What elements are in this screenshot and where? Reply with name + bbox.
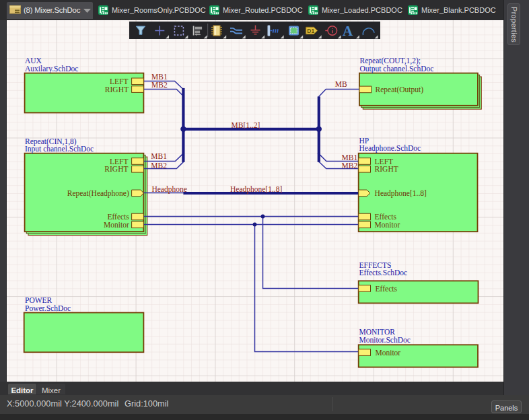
svg-text:POWER: POWER: [25, 296, 52, 304]
svg-text:Headphone.SchDoc: Headphone.SchDoc: [359, 144, 421, 153]
svg-text:Headphone[1..8]: Headphone[1..8]: [375, 189, 427, 198]
svg-text:LEFT: LEFT: [110, 77, 128, 85]
svg-text:HP: HP: [359, 137, 369, 145]
svg-text:Effects: Effects: [107, 213, 129, 221]
svg-text:Monitor.SchDoc: Monitor.SchDoc: [359, 336, 411, 344]
svg-text:Headphone[1..8]: Headphone[1..8]: [230, 185, 282, 194]
svg-text:MB2: MB2: [342, 162, 358, 170]
svg-text:MB2: MB2: [151, 162, 167, 170]
svg-text:MONITOR: MONITOR: [359, 328, 396, 336]
svg-text:Headphone: Headphone: [151, 185, 186, 194]
svg-text:MB1: MB1: [151, 73, 168, 81]
svg-text:MB: MB: [335, 80, 347, 88]
svg-text:AUX: AUX: [25, 57, 42, 65]
svg-text:Auxilary.SchDoc: Auxilary.SchDoc: [25, 65, 78, 73]
svg-text:Input channel.SchDoc: Input channel.SchDoc: [25, 145, 94, 153]
svg-text:Effects.SchDoc: Effects.SchDoc: [359, 269, 408, 277]
svg-text:MB1: MB1: [151, 152, 167, 160]
svg-text:RIGHT: RIGHT: [105, 85, 129, 94]
svg-text:Effects: Effects: [376, 285, 398, 293]
svg-text:A: A: [343, 23, 353, 39]
svg-text:Power.SchDoc: Power.SchDoc: [25, 304, 71, 312]
svg-text:EFFECTS: EFFECTS: [359, 261, 392, 269]
svg-text:MB2: MB2: [151, 81, 168, 89]
svg-text:RIGHT: RIGHT: [375, 165, 398, 173]
svg-text:LEFT: LEFT: [375, 158, 393, 166]
svg-text:Monitor: Monitor: [376, 349, 401, 357]
svg-text:Effects: Effects: [375, 213, 397, 221]
svg-text:Repeat(Headphone): Repeat(Headphone): [67, 189, 129, 198]
svg-text:Output channel.SchDoc: Output channel.SchDoc: [360, 65, 434, 73]
svg-text:MB[1..2]: MB[1..2]: [232, 121, 260, 129]
svg-text:D1: D1: [307, 28, 314, 34]
svg-text:LEFT: LEFT: [110, 158, 128, 166]
svg-text:Monitor: Monitor: [104, 221, 129, 229]
svg-text:Monitor: Monitor: [375, 221, 400, 229]
svg-text:Repeat(Output): Repeat(Output): [376, 85, 424, 94]
svg-text:RIGHT: RIGHT: [104, 165, 128, 173]
svg-text:MB1: MB1: [342, 153, 358, 162]
